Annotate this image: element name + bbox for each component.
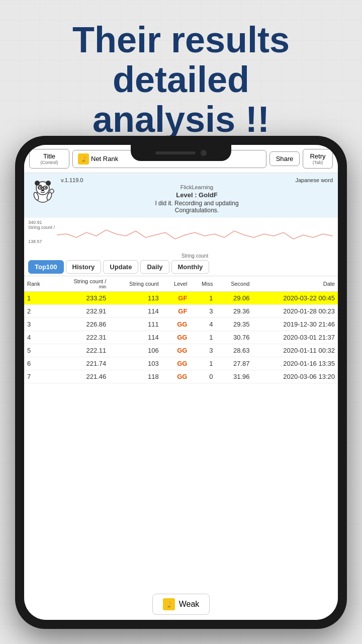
table-row: 6 221.74 103 GG 1 27.87 2020-01-16 13:35 — [24, 357, 338, 370]
td-string-per-min: 232.91 — [52, 305, 110, 318]
td-level: GF — [162, 292, 191, 305]
td-date: 2019-12-30 21:46 — [252, 318, 338, 331]
td-second: 28.63 — [216, 344, 253, 357]
title-button[interactable]: Title (Control) — [29, 149, 69, 169]
td-level: GG — [162, 357, 191, 370]
td-miss: 1 — [190, 292, 216, 305]
info-area: v.1.119.0 Japanese word FlickLearning Le… — [24, 173, 338, 218]
td-rank: 7 — [24, 370, 52, 383]
phone-screen: Title (Control) 🏆 Net Rank Share Retry (… — [24, 145, 338, 620]
svg-point-8 — [40, 187, 41, 189]
th-level: Level — [162, 276, 191, 292]
phone-notch — [131, 145, 231, 161]
table-row: 7 221.46 118 GG 0 31.96 2020-03-06 13:20 — [24, 370, 338, 383]
headline-text: Their results detailed analysis !! — [20, 10, 342, 145]
td-string-per-min: 221.74 — [52, 357, 110, 370]
chart-y-label: String count / — [28, 225, 55, 230]
phone-frame: Title (Control) 🏆 Net Rank Share Retry (… — [15, 136, 347, 629]
th-string-per-min: String count /min — [52, 276, 110, 292]
camera — [201, 150, 207, 156]
table-container: Rank String count /min String count Leve… — [24, 276, 338, 589]
td-miss: 4 — [190, 318, 216, 331]
td-second: 30.76 — [216, 331, 253, 344]
td-miss: 0 — [190, 370, 216, 383]
td-rank: 3 — [24, 318, 52, 331]
results-table: Rank String count /min String count Leve… — [24, 276, 338, 383]
td-level: GG — [162, 370, 191, 383]
td-miss: 1 — [190, 331, 216, 344]
th-rank: Rank — [24, 276, 52, 292]
chart-x-label: String count — [57, 253, 333, 259]
th-string-count: String count — [109, 276, 162, 292]
td-level: GG — [162, 344, 191, 357]
td-rank: 4 — [24, 331, 52, 344]
retry-button[interactable]: Retry (Tab) — [303, 149, 333, 169]
td-string-count: 103 — [109, 357, 162, 370]
table-row: 3 226.86 111 GG 4 29.35 2019-12-30 21:46 — [24, 318, 338, 331]
share-button[interactable]: Share — [269, 151, 300, 166]
td-string-count: 111 — [109, 318, 162, 331]
phone-container: Title (Control) 🏆 Net Rank Share Retry (… — [15, 136, 347, 634]
td-date: 2020-01-28 00:23 — [252, 305, 338, 318]
table-row: 4 222.31 114 GG 1 30.76 2020-03-01 21:37 — [24, 331, 338, 344]
svg-point-9 — [45, 187, 46, 189]
td-date: 2020-03-22 00:45 — [252, 292, 338, 305]
td-miss: 3 — [190, 344, 216, 357]
table-body: 1 233.25 113 GF 1 29.06 2020-03-22 00:45… — [24, 292, 338, 383]
tab-history[interactable]: History — [66, 260, 102, 274]
svg-point-3 — [46, 181, 51, 186]
td-string-count: 106 — [109, 344, 162, 357]
td-second: 29.36 — [216, 305, 253, 318]
table-row: 1 233.25 113 GF 1 29.06 2020-03-22 00:45 — [24, 292, 338, 305]
svg-point-10 — [41, 189, 44, 191]
td-string-count: 118 — [109, 370, 162, 383]
svg-point-13 — [50, 189, 54, 193]
td-second: 29.06 — [216, 292, 253, 305]
weak-button[interactable]: 🏆 Weak — [152, 594, 210, 615]
td-miss: 3 — [190, 305, 216, 318]
td-second: 29.35 — [216, 318, 253, 331]
td-string-per-min: 222.11 — [52, 344, 110, 357]
td-string-count: 113 — [109, 292, 162, 305]
net-rank-icon: 🏆 — [78, 153, 89, 165]
td-date: 2020-01-11 00:32 — [252, 344, 338, 357]
svg-point-2 — [35, 181, 40, 186]
congrats-text: Congratulations. — [61, 207, 333, 214]
td-rank: 6 — [24, 357, 52, 370]
chart-y-min: 138.57 — [28, 239, 55, 244]
td-second: 31.96 — [216, 370, 253, 383]
headline: Their results detailed analysis !! — [0, 0, 362, 150]
chart-y-max: 340.91 — [28, 220, 55, 225]
message-text: I did it. Recording and updating — [61, 200, 333, 207]
td-rank: 1 — [24, 292, 52, 305]
td-level: GG — [162, 318, 191, 331]
table-header-row: Rank String count /min String count Leve… — [24, 276, 338, 292]
th-second: Second — [216, 276, 253, 292]
td-level: GG — [162, 331, 191, 344]
tab-top100[interactable]: Top100 — [28, 260, 64, 274]
speaker — [155, 151, 196, 154]
td-string-per-min: 226.86 — [52, 318, 110, 331]
tab-update[interactable]: Update — [103, 260, 138, 274]
td-date: 2020-03-06 13:20 — [252, 370, 338, 383]
td-rank: 5 — [24, 344, 52, 357]
tab-monthly[interactable]: Monthly — [171, 260, 210, 274]
chart-area: 340.91 String count / 138.57 String coun… — [24, 218, 338, 258]
tab-daily[interactable]: Daily — [140, 260, 169, 274]
td-miss: 1 — [190, 357, 216, 370]
level-text: Level : GoldF — [61, 191, 333, 199]
info-text-block: v.1.119.0 Japanese word FlickLearning Le… — [61, 177, 333, 214]
chart-svg — [57, 220, 333, 250]
chart-y-labels: 340.91 String count / 138.57 — [28, 220, 55, 244]
td-string-count: 114 — [109, 305, 162, 318]
table-row: 2 232.91 114 GF 3 29.36 2020-01-28 00:23 — [24, 305, 338, 318]
weak-icon: 🏆 — [163, 598, 175, 610]
td-date: 2020-01-16 13:35 — [252, 357, 338, 370]
td-string-per-min: 222.31 — [52, 331, 110, 344]
panda-avatar — [29, 177, 57, 205]
table-row: 5 222.11 106 GG 3 28.63 2020-01-11 00:32 — [24, 344, 338, 357]
td-date: 2020-03-01 21:37 — [252, 331, 338, 344]
category-text: Japanese word — [295, 177, 333, 183]
td-string-per-min: 233.25 — [52, 292, 110, 305]
td-second: 27.87 — [216, 357, 253, 370]
